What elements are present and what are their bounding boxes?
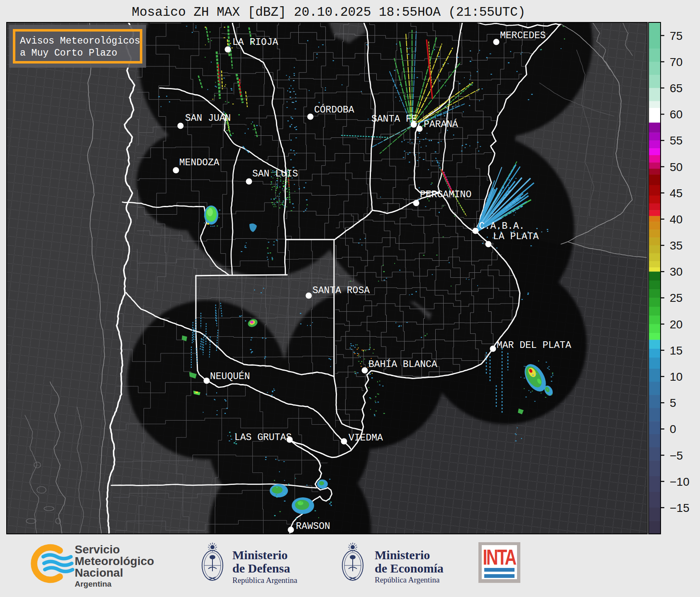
svg-text:−5: −5 [670, 449, 683, 462]
svg-text:Mosaico ZH MAX [dBZ] 20.10.202: Mosaico ZH MAX [dBZ] 20.10.2025 18:55HOA… [132, 5, 526, 20]
svg-text:MAR DEL PLATA: MAR DEL PLATA [497, 340, 571, 351]
svg-text:PARANÁ: PARANÁ [424, 119, 458, 130]
svg-text:10: 10 [670, 370, 683, 383]
svg-text:NEUQUÉN: NEUQUÉN [210, 371, 250, 382]
svg-text:15: 15 [670, 344, 683, 357]
svg-text:SAN LUIS: SAN LUIS [252, 169, 298, 179]
svg-text:BAHÍA BLANCA: BAHÍA BLANCA [368, 359, 437, 370]
svg-text:45: 45 [670, 187, 683, 200]
svg-text:SANTA FE: SANTA FE [371, 114, 417, 125]
svg-text:60: 60 [670, 108, 683, 121]
svg-text:50: 50 [670, 161, 683, 174]
svg-text:MENDOZA: MENDOZA [179, 157, 220, 168]
svg-text:25: 25 [670, 291, 683, 304]
svg-text:Ministerio: Ministerio [232, 548, 288, 562]
svg-text:INTA: INTA [483, 545, 516, 569]
svg-text:VIEDMA: VIEDMA [349, 433, 383, 443]
svg-text:SAN JUAN: SAN JUAN [185, 113, 231, 124]
svg-text:−15: −15 [670, 502, 690, 514]
svg-text:SANTA ROSA: SANTA ROSA [312, 285, 370, 296]
svg-text:Ministerio: Ministerio [375, 548, 430, 562]
svg-text:55: 55 [670, 134, 683, 147]
svg-text:Servicio: Servicio [75, 543, 120, 556]
svg-text:de Economía: de Economía [375, 561, 444, 575]
svg-text:Nacional: Nacional [75, 566, 123, 579]
svg-text:Avisos Meteorológicos: Avisos Meteorológicos [20, 36, 140, 46]
svg-text:LAS GRUTAS: LAS GRUTAS [234, 432, 292, 443]
svg-text:75: 75 [670, 29, 683, 42]
svg-text:0: 0 [670, 423, 676, 436]
svg-text:República Argentina: República Argentina [375, 575, 440, 584]
svg-text:CÓRDOBA: CÓRDOBA [314, 104, 354, 115]
svg-text:5: 5 [670, 396, 676, 409]
svg-text:70: 70 [670, 56, 683, 69]
svg-text:20: 20 [670, 318, 683, 331]
svg-text:Meteorológico: Meteorológico [75, 555, 154, 568]
svg-text:C.A.B.A.: C.A.B.A. [479, 221, 524, 232]
svg-text:LA RIOJA: LA RIOJA [232, 37, 278, 48]
svg-text:de Defensa: de Defensa [232, 561, 290, 575]
svg-text:65: 65 [670, 82, 683, 95]
svg-text:40: 40 [670, 213, 683, 226]
svg-text:República Argentina: República Argentina [232, 576, 298, 585]
svg-text:Argentina: Argentina [75, 580, 112, 588]
svg-text:35: 35 [670, 239, 683, 252]
svg-text:RAWSON: RAWSON [296, 521, 330, 532]
svg-text:PERGAMINO: PERGAMINO [420, 189, 471, 200]
svg-text:LA PLATA: LA PLATA [493, 231, 539, 242]
svg-text:a Muy Corto Plazo: a Muy Corto Plazo [20, 48, 117, 59]
svg-text:−10: −10 [670, 475, 690, 488]
svg-text:MERCEDES: MERCEDES [500, 30, 546, 41]
svg-text:30: 30 [670, 265, 683, 278]
